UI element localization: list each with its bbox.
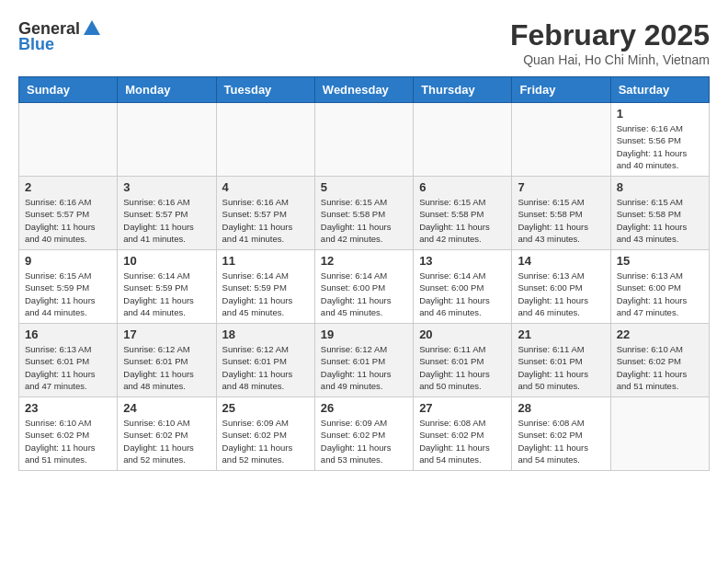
calendar-cell: 27Sunrise: 6:08 AM Sunset: 6:02 PM Dayli… — [414, 397, 512, 471]
day-number: 14 — [518, 254, 604, 268]
calendar-cell: 22Sunrise: 6:10 AM Sunset: 6:02 PM Dayli… — [610, 324, 709, 397]
day-info: Sunrise: 6:09 AM Sunset: 6:02 PM Dayligh… — [222, 417, 309, 465]
weekday-header-monday: Monday — [118, 77, 216, 103]
day-info: Sunrise: 6:16 AM Sunset: 5:57 PM Dayligh… — [25, 196, 111, 245]
day-info: Sunrise: 6:15 AM Sunset: 5:58 PM Dayligh… — [518, 196, 604, 245]
day-info: Sunrise: 6:13 AM Sunset: 6:01 PM Dayligh… — [25, 343, 111, 392]
calendar-cell: 4Sunrise: 6:16 AM Sunset: 5:57 PM Daylig… — [216, 177, 314, 250]
day-info: Sunrise: 6:12 AM Sunset: 6:01 PM Dayligh… — [321, 343, 407, 392]
calendar-cell: 15Sunrise: 6:13 AM Sunset: 6:00 PM Dayli… — [610, 250, 709, 324]
day-number: 18 — [222, 327, 309, 341]
month-title: February 2025 — [510, 18, 710, 52]
calendar-cell: 18Sunrise: 6:12 AM Sunset: 6:01 PM Dayli… — [216, 324, 314, 397]
day-number: 10 — [123, 254, 210, 268]
calendar-cell: 2Sunrise: 6:16 AM Sunset: 5:57 PM Daylig… — [19, 177, 118, 250]
day-number: 17 — [123, 327, 210, 341]
day-info: Sunrise: 6:13 AM Sunset: 6:00 PM Dayligh… — [617, 270, 703, 318]
calendar-cell: 19Sunrise: 6:12 AM Sunset: 6:01 PM Dayli… — [314, 324, 413, 397]
logo-blue-text: Blue — [18, 35, 54, 54]
calendar-cell: 12Sunrise: 6:14 AM Sunset: 6:00 PM Dayli… — [314, 250, 413, 324]
calendar-cell — [216, 103, 314, 177]
day-number: 15 — [617, 254, 703, 268]
page-header: General Blue February 2025 Quan Hai, Ho … — [18, 18, 710, 67]
day-number: 5 — [321, 180, 407, 194]
calendar-week-row: 23Sunrise: 6:10 AM Sunset: 6:02 PM Dayli… — [19, 397, 710, 471]
day-number: 16 — [25, 327, 111, 341]
calendar-cell: 21Sunrise: 6:11 AM Sunset: 6:01 PM Dayli… — [512, 324, 610, 397]
day-info: Sunrise: 6:13 AM Sunset: 6:00 PM Dayligh… — [518, 270, 604, 318]
day-info: Sunrise: 6:16 AM Sunset: 5:56 PM Dayligh… — [617, 122, 703, 171]
day-number: 28 — [518, 401, 604, 415]
day-info: Sunrise: 6:10 AM Sunset: 6:02 PM Dayligh… — [123, 417, 210, 465]
day-number: 2 — [25, 180, 111, 194]
calendar-cell: 26Sunrise: 6:09 AM Sunset: 6:02 PM Dayli… — [314, 397, 413, 471]
weekday-header-tuesday: Tuesday — [216, 77, 314, 103]
calendar-cell: 28Sunrise: 6:08 AM Sunset: 6:02 PM Dayli… — [512, 397, 610, 471]
day-number: 23 — [25, 401, 111, 415]
calendar-cell: 17Sunrise: 6:12 AM Sunset: 6:01 PM Dayli… — [118, 324, 216, 397]
day-info: Sunrise: 6:11 AM Sunset: 6:01 PM Dayligh… — [518, 343, 604, 392]
day-info: Sunrise: 6:14 AM Sunset: 5:59 PM Dayligh… — [222, 270, 309, 318]
weekday-header-wednesday: Wednesday — [314, 77, 413, 103]
day-number: 6 — [419, 180, 506, 194]
calendar-cell: 1Sunrise: 6:16 AM Sunset: 5:56 PM Daylig… — [610, 103, 709, 177]
calendar-cell — [610, 397, 709, 471]
day-info: Sunrise: 6:14 AM Sunset: 5:59 PM Dayligh… — [123, 270, 210, 318]
day-number: 8 — [617, 180, 703, 194]
calendar-header-row: SundayMondayTuesdayWednesdayThursdayFrid… — [19, 77, 710, 103]
calendar-cell: 10Sunrise: 6:14 AM Sunset: 5:59 PM Dayli… — [118, 250, 216, 324]
calendar-cell — [118, 103, 216, 177]
calendar-cell — [414, 103, 512, 177]
calendar-cell: 16Sunrise: 6:13 AM Sunset: 6:01 PM Dayli… — [19, 324, 118, 397]
day-number: 20 — [419, 327, 506, 341]
day-number: 22 — [617, 327, 703, 341]
weekday-header-saturday: Saturday — [610, 77, 709, 103]
calendar-cell: 9Sunrise: 6:15 AM Sunset: 5:59 PM Daylig… — [19, 250, 118, 324]
day-number: 19 — [321, 327, 407, 341]
calendar-week-row: 1Sunrise: 6:16 AM Sunset: 5:56 PM Daylig… — [19, 103, 710, 177]
day-info: Sunrise: 6:08 AM Sunset: 6:02 PM Dayligh… — [419, 417, 506, 465]
calendar-week-row: 2Sunrise: 6:16 AM Sunset: 5:57 PM Daylig… — [19, 177, 710, 250]
weekday-header-thursday: Thursday — [414, 77, 512, 103]
day-info: Sunrise: 6:15 AM Sunset: 5:58 PM Dayligh… — [419, 196, 506, 245]
calendar-cell: 3Sunrise: 6:16 AM Sunset: 5:57 PM Daylig… — [118, 177, 216, 250]
day-number: 9 — [25, 254, 111, 268]
day-info: Sunrise: 6:10 AM Sunset: 6:02 PM Dayligh… — [25, 417, 111, 465]
day-info: Sunrise: 6:09 AM Sunset: 6:02 PM Dayligh… — [321, 417, 407, 465]
calendar-week-row: 16Sunrise: 6:13 AM Sunset: 6:01 PM Dayli… — [19, 324, 710, 397]
day-number: 26 — [321, 401, 407, 415]
calendar-cell: 7Sunrise: 6:15 AM Sunset: 5:58 PM Daylig… — [512, 177, 610, 250]
day-info: Sunrise: 6:14 AM Sunset: 6:00 PM Dayligh… — [419, 270, 506, 318]
calendar-cell: 5Sunrise: 6:15 AM Sunset: 5:58 PM Daylig… — [314, 177, 413, 250]
day-info: Sunrise: 6:11 AM Sunset: 6:01 PM Dayligh… — [419, 343, 506, 392]
day-number: 24 — [123, 401, 210, 415]
calendar-cell: 14Sunrise: 6:13 AM Sunset: 6:00 PM Dayli… — [512, 250, 610, 324]
location-subtitle: Quan Hai, Ho Chi Minh, Vietnam — [510, 52, 710, 67]
calendar-table: SundayMondayTuesdayWednesdayThursdayFrid… — [18, 76, 710, 471]
day-number: 4 — [222, 180, 309, 194]
weekday-header-sunday: Sunday — [19, 77, 118, 103]
day-number: 3 — [123, 180, 210, 194]
svg-marker-0 — [84, 20, 100, 35]
calendar-week-row: 9Sunrise: 6:15 AM Sunset: 5:59 PM Daylig… — [19, 250, 710, 324]
day-info: Sunrise: 6:16 AM Sunset: 5:57 PM Dayligh… — [222, 196, 309, 245]
calendar-cell: 6Sunrise: 6:15 AM Sunset: 5:58 PM Daylig… — [414, 177, 512, 250]
day-info: Sunrise: 6:10 AM Sunset: 6:02 PM Dayligh… — [617, 343, 703, 392]
calendar-cell: 24Sunrise: 6:10 AM Sunset: 6:02 PM Dayli… — [118, 397, 216, 471]
day-info: Sunrise: 6:12 AM Sunset: 6:01 PM Dayligh… — [222, 343, 309, 392]
day-number: 13 — [419, 254, 506, 268]
calendar-cell: 13Sunrise: 6:14 AM Sunset: 6:00 PM Dayli… — [414, 250, 512, 324]
day-number: 21 — [518, 327, 604, 341]
day-info: Sunrise: 6:15 AM Sunset: 5:58 PM Dayligh… — [321, 196, 407, 245]
day-number: 7 — [518, 180, 604, 194]
calendar-cell: 25Sunrise: 6:09 AM Sunset: 6:02 PM Dayli… — [216, 397, 314, 471]
calendar-cell: 8Sunrise: 6:15 AM Sunset: 5:58 PM Daylig… — [610, 177, 709, 250]
day-info: Sunrise: 6:08 AM Sunset: 6:02 PM Dayligh… — [518, 417, 604, 465]
weekday-header-friday: Friday — [512, 77, 610, 103]
day-info: Sunrise: 6:15 AM Sunset: 5:59 PM Dayligh… — [25, 270, 111, 318]
logo-icon — [82, 18, 102, 39]
day-number: 27 — [419, 401, 506, 415]
day-info: Sunrise: 6:12 AM Sunset: 6:01 PM Dayligh… — [123, 343, 210, 392]
day-number: 11 — [222, 254, 309, 268]
calendar-cell — [19, 103, 118, 177]
